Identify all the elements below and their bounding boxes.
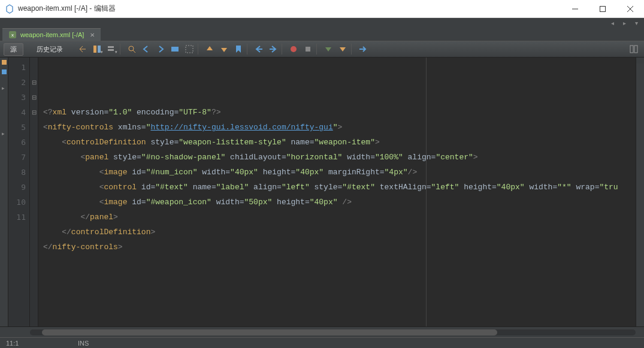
rail-marker-icon bbox=[2, 60, 7, 65]
svg-rect-1 bbox=[600, 6, 606, 11]
svg-rect-6 bbox=[93, 46, 96, 53]
fold-toggle-icon bbox=[30, 150, 38, 165]
minimize-button[interactable] bbox=[561, 0, 589, 18]
svg-point-10 bbox=[129, 46, 134, 51]
fold-toggle-icon bbox=[30, 165, 38, 180]
app-icon bbox=[5, 4, 14, 14]
editor-body: ▸ ▸ 1234567891011 ⊟⊟⊟ <?xml version="1.0… bbox=[0, 58, 644, 326]
line-number: 1 bbox=[8, 60, 26, 75]
stack-icon[interactable]: ▾ bbox=[105, 43, 118, 56]
editor-toolbar: 源 历史记录 ▾ ▾ bbox=[0, 41, 644, 58]
toggle-rect-icon[interactable] bbox=[183, 43, 196, 56]
svg-rect-19 bbox=[2, 69, 7, 74]
rail-chevron-icon[interactable]: ▸ bbox=[2, 85, 7, 90]
line-numbers: 1234567891011 bbox=[8, 58, 30, 326]
rail-marker-icon bbox=[2, 69, 7, 74]
fold-toggle-icon bbox=[30, 195, 38, 210]
fold-toggle-icon bbox=[30, 60, 38, 75]
fold-toggle-icon[interactable]: ⊟ bbox=[30, 75, 38, 90]
svg-rect-12 bbox=[171, 47, 179, 52]
svg-point-14 bbox=[291, 46, 297, 52]
fold-toggle-icon bbox=[30, 135, 38, 150]
svg-rect-18 bbox=[2, 60, 7, 65]
close-button[interactable] bbox=[616, 0, 644, 18]
line-number: 2 bbox=[8, 75, 26, 90]
svg-rect-8 bbox=[108, 46, 114, 48]
tab-label: weapon-item.xml [-/A] bbox=[20, 31, 84, 38]
line-number: 8 bbox=[8, 165, 26, 180]
code-line[interactable]: <image id="#num_icon" width="40px" heigh… bbox=[43, 165, 636, 180]
source-button[interactable]: 源 bbox=[4, 43, 23, 56]
window-title: weapon-item.xml [-/A] - 编辑器 bbox=[18, 4, 561, 14]
prev-bookmark-icon[interactable] bbox=[203, 43, 216, 56]
tab-close-icon[interactable]: ✕ bbox=[90, 32, 95, 38]
svg-rect-13 bbox=[186, 46, 193, 53]
error-stripe bbox=[636, 58, 644, 326]
code-line[interactable]: <nifty-controls xmlns="http://nifty-gui.… bbox=[43, 120, 636, 135]
code-line[interactable]: </nifty-controls> bbox=[43, 240, 636, 255]
history-button[interactable]: 历史记录 bbox=[31, 44, 69, 55]
code-line[interactable]: </panel> bbox=[43, 210, 636, 225]
fold-toggle-icon[interactable]: ⊟ bbox=[30, 105, 38, 120]
svg-rect-16 bbox=[630, 46, 633, 53]
line-number: 6 bbox=[8, 135, 26, 150]
next-bookmark-icon[interactable] bbox=[217, 43, 231, 56]
maximize-button[interactable] bbox=[589, 0, 616, 18]
fold-toggle-icon bbox=[30, 120, 38, 135]
editor-tabs: x weapon-item.xml [-/A] ✕ bbox=[0, 28, 644, 41]
svg-rect-15 bbox=[306, 47, 310, 52]
svg-line-11 bbox=[133, 50, 135, 53]
find-prev-icon[interactable] bbox=[140, 43, 153, 56]
horizontal-scrollbar[interactable] bbox=[0, 326, 644, 337]
window-titlebar: weapon-item.xml [-/A] - 编辑器 bbox=[0, 0, 644, 18]
comment-icon[interactable] bbox=[322, 43, 335, 56]
split-icon[interactable] bbox=[627, 43, 640, 56]
shift-left-icon[interactable] bbox=[252, 43, 265, 56]
macro-record-icon[interactable] bbox=[287, 43, 300, 56]
fold-toggle-icon[interactable]: ⊟ bbox=[30, 90, 38, 105]
svg-rect-17 bbox=[634, 46, 637, 53]
toggle-bookmark-icon[interactable] bbox=[232, 43, 245, 56]
code-line[interactable]: <image id="#weapon_icon" width="50px" he… bbox=[43, 195, 636, 210]
macro-stop-icon[interactable] bbox=[301, 43, 315, 56]
line-number: 10 bbox=[8, 195, 26, 210]
uncomment-icon[interactable] bbox=[336, 43, 349, 56]
last-edit-icon[interactable] bbox=[76, 43, 89, 56]
toggle-highlight-icon[interactable] bbox=[168, 43, 182, 56]
left-gutter-rail: ▸ ▸ bbox=[0, 58, 8, 326]
scroll-left-icon[interactable]: ◂ bbox=[608, 19, 616, 27]
code-line[interactable]: <?xml version="1.0" encoding="UTF-8"?> bbox=[43, 105, 636, 120]
validate-icon[interactable] bbox=[356, 43, 370, 56]
code-line[interactable]: <control id="#text" name="label" align="… bbox=[43, 180, 636, 195]
fold-toggle-icon bbox=[30, 210, 38, 225]
scrollbar-thumb[interactable] bbox=[42, 329, 497, 335]
diff-icon[interactable]: ▾ bbox=[90, 43, 104, 56]
code-line[interactable]: </controlDefinition> bbox=[43, 225, 636, 240]
rail-chevron-icon[interactable]: ▸ bbox=[2, 131, 7, 135]
dropdown-files-icon[interactable]: ▾ bbox=[632, 19, 640, 27]
mini-toolbar: ◂ ▸ ▾ bbox=[0, 18, 644, 28]
status-bar: 11:1 INS bbox=[0, 337, 644, 348]
cursor-position: 11:1 bbox=[6, 340, 42, 347]
xml-file-icon: x bbox=[8, 31, 17, 39]
scroll-right-icon[interactable]: ▸ bbox=[620, 19, 628, 27]
fold-toggle-icon bbox=[30, 180, 38, 195]
shift-right-icon[interactable] bbox=[267, 43, 280, 56]
line-number: 11 bbox=[8, 210, 26, 225]
svg-text:x: x bbox=[11, 32, 14, 38]
code-line[interactable]: <controlDefinition style="weapon-listite… bbox=[43, 135, 636, 150]
line-number: 5 bbox=[8, 120, 26, 135]
insert-mode: INS bbox=[78, 340, 89, 347]
line-number: 9 bbox=[8, 180, 26, 195]
line-number: 3 bbox=[8, 90, 26, 105]
line-number: 4 bbox=[8, 105, 26, 120]
stripe-square-icon bbox=[636, 58, 644, 63]
right-margin-guide bbox=[426, 58, 427, 326]
find-selection-icon[interactable] bbox=[125, 43, 138, 56]
code-line[interactable]: <panel style="#no-shadow-panel" childLay… bbox=[43, 150, 636, 165]
tab-weapon-item[interactable]: x weapon-item.xml [-/A] ✕ bbox=[2, 28, 101, 41]
code-editor[interactable]: <?xml version="1.0" encoding="UTF-8"?><n… bbox=[38, 58, 636, 326]
fold-gutter: ⊟⊟⊟ bbox=[30, 58, 38, 326]
svg-rect-9 bbox=[108, 49, 114, 51]
find-next-icon[interactable] bbox=[154, 43, 167, 56]
